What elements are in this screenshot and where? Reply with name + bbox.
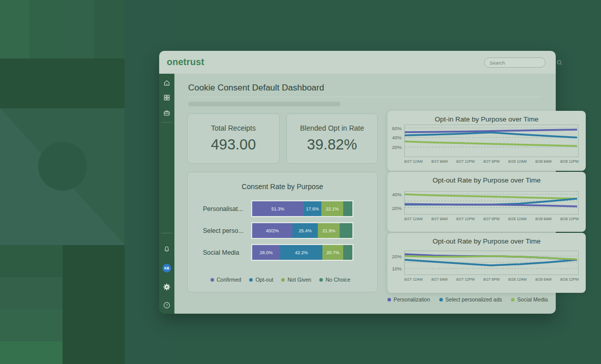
legend-label: Personalization xyxy=(394,296,430,302)
bar-category-label: Select perso... xyxy=(203,227,251,234)
title-divider xyxy=(188,97,542,97)
kpi-card-total-receipts: Total Receipts 493.00 xyxy=(187,113,280,164)
x-tick-label: 8/28 12PM xyxy=(560,159,579,164)
bar-segment: 20.7% xyxy=(322,245,343,260)
x-tick-label: 8/27 6AM xyxy=(431,159,447,164)
x-tick-label: 8/28 12AM xyxy=(508,277,526,282)
legend-item: No Choice xyxy=(319,277,350,283)
legend-dot xyxy=(211,278,214,282)
y-tick-label: 20% xyxy=(392,144,402,150)
x-tick-label: 8/28 12PM xyxy=(560,217,579,221)
legend-dot xyxy=(319,278,323,282)
x-tick-label: 8/28 12PM xyxy=(560,277,579,282)
bar-segment xyxy=(343,245,352,260)
opt-out-rate-card-1: Opt-out Rate by Purpose over Time 20%40%… xyxy=(387,172,586,232)
x-tick-label: 8/28 12AM xyxy=(508,159,526,164)
chart-title: Consent Rate by Purpose xyxy=(188,183,377,191)
bar-segment: 25.4% xyxy=(292,223,318,238)
skeleton-bar xyxy=(188,102,341,106)
bar-segment: 21.9% xyxy=(318,223,340,238)
x-tick-label: 8/28 6AM xyxy=(535,217,552,221)
bar-segment: 42.2% xyxy=(280,245,322,260)
bar-track: 40/2%25.4%21.9% xyxy=(251,222,353,239)
side-nav: KB ? xyxy=(159,74,174,314)
legend-item: Social Media xyxy=(511,296,548,302)
page-title: Cookie Consent Default Dashboard xyxy=(188,83,324,93)
purpose-legend: PersonalizationSelect personalized adsSo… xyxy=(387,296,548,302)
legend-dot xyxy=(249,278,253,282)
apps-grid-icon[interactable] xyxy=(163,94,170,101)
bar-row: Select perso...40/2%25.4%21.9% xyxy=(203,222,362,239)
bar-segment: 51.3% xyxy=(252,201,304,216)
bg-block xyxy=(0,0,29,58)
bar-track: 28.0%42.2%20.7% xyxy=(251,244,353,261)
bg-block xyxy=(125,0,163,364)
x-axis-labels: 8/27 12AM8/27 6AM8/27 12PM8/27 6PM8/28 1… xyxy=(404,217,579,221)
x-tick-label: 8/27 12PM xyxy=(456,217,474,221)
search-input[interactable] xyxy=(485,60,557,66)
stacked-bar-chart: Personalisat...51.3%17.6%22.1%Select per… xyxy=(203,200,362,266)
legend-dot xyxy=(387,298,391,301)
x-tick-label: 8/27 6PM xyxy=(483,277,499,282)
main-content: Cookie Consent Default Dashboard Total R… xyxy=(174,74,556,314)
nav-divider xyxy=(161,122,172,123)
briefcase-icon[interactable] xyxy=(163,109,170,116)
legend-item: Confirmed xyxy=(211,277,241,283)
x-tick-label: 8/28 6AM xyxy=(535,159,552,164)
bell-icon[interactable] xyxy=(163,246,170,253)
help-icon[interactable]: ? xyxy=(163,301,171,309)
gear-icon[interactable] xyxy=(163,283,171,291)
bg-block xyxy=(29,0,62,58)
svg-text:?: ? xyxy=(166,303,168,308)
chart-title: Opt-out Rate by Purpose over Time xyxy=(387,237,586,245)
legend-label: Social Media xyxy=(517,296,548,302)
legend-item: Opt-out xyxy=(249,277,273,283)
x-tick-label: 8/27 12AM xyxy=(404,277,423,282)
kpi-value: 493.00 xyxy=(211,136,256,153)
legend-dot xyxy=(281,278,285,282)
avatar[interactable]: KB xyxy=(163,264,171,272)
x-tick-label: 8/28 6AM xyxy=(535,277,552,282)
search-box[interactable] xyxy=(484,57,546,68)
kpi-value: 39.82% xyxy=(307,136,357,153)
consent-rate-card: Consent Rate by Purpose Personalisat...5… xyxy=(187,172,378,292)
y-tick-label: 40% xyxy=(392,135,402,140)
x-tick-label: 8/27 6PM xyxy=(483,159,499,164)
x-tick-label: 8/27 12AM xyxy=(404,217,423,221)
onetrust-logo: onetrust xyxy=(167,57,204,68)
x-tick-label: 8/27 6AM xyxy=(431,217,447,221)
y-tick-label: 40% xyxy=(392,192,402,197)
legend-item: Select personalized ads xyxy=(439,296,502,302)
x-tick-label: 8/27 12AM xyxy=(404,159,423,164)
bar-segment: 28.0% xyxy=(252,245,280,260)
legend-item: Not Given xyxy=(281,277,311,283)
bar-segment: 17.6% xyxy=(304,201,321,216)
search-icon xyxy=(557,60,562,66)
y-tick-label: 10% xyxy=(392,266,402,271)
legend-label: Opt-out xyxy=(255,277,273,283)
y-tick-label: 60% xyxy=(392,125,402,131)
chart-title: Opt-out Rate by Purpose over Time xyxy=(387,176,586,184)
line-chart-column: Opt-in Rate by Purpose over Time 20%40%6… xyxy=(387,111,586,294)
opt-out-rate-card-2: Opt-out Rate by Purpose over Time 10%20%… xyxy=(387,233,586,293)
home-icon[interactable] xyxy=(163,79,170,86)
bar-segment xyxy=(340,223,352,238)
bar-track: 51.3%17.6%22.1% xyxy=(251,200,353,217)
y-axis: 20%40% xyxy=(387,191,404,215)
legend-label: No Choice xyxy=(325,277,350,283)
legend-item: Personalization xyxy=(387,296,430,302)
bar-category-label: Social Media xyxy=(203,249,251,256)
bar-segment: 40/2% xyxy=(252,223,292,238)
legend-label: Not Given xyxy=(287,277,311,283)
x-axis-labels: 8/27 12AM8/27 6AM8/27 12PM8/27 6PM8/28 1… xyxy=(404,159,579,164)
line-plot xyxy=(404,251,579,275)
chart-title: Opt-in Rate by Purpose over Time xyxy=(387,115,586,123)
opt-in-rate-card: Opt-in Rate by Purpose over Time 20%40%6… xyxy=(387,111,586,171)
kpi-label: Total Receipts xyxy=(211,124,256,132)
kpi-card-blended-opt-in: Blended Opt in Rate 39.82% xyxy=(286,113,378,164)
app-window: onetrust KB ? xyxy=(159,51,556,314)
line-plot xyxy=(404,191,579,215)
bg-block xyxy=(63,245,125,364)
bg-block xyxy=(0,309,63,342)
y-axis: 20%40%60% xyxy=(387,125,404,157)
